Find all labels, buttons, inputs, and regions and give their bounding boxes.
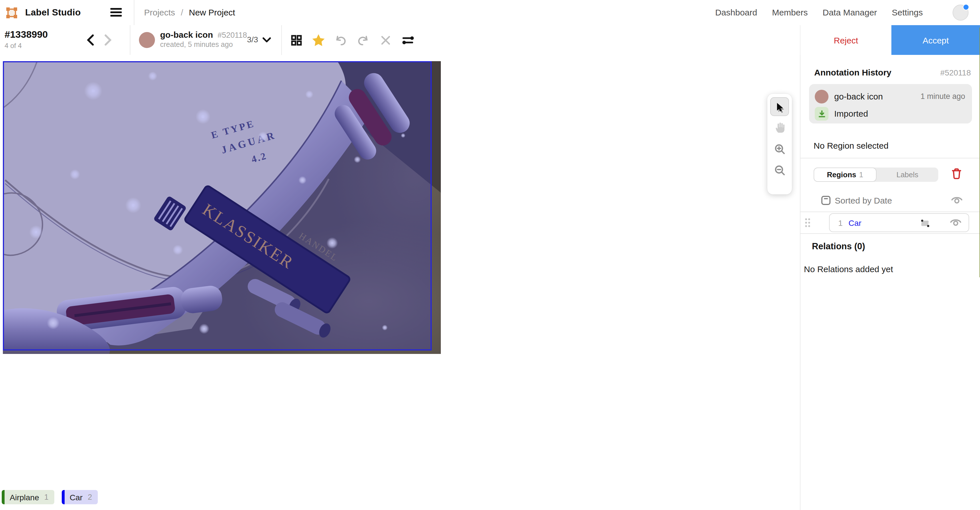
imported-icon — [815, 107, 829, 121]
star-icon[interactable] — [312, 34, 325, 46]
annotator-avatar — [139, 32, 155, 48]
label-studio-logo-icon — [6, 7, 18, 19]
sort-order-row[interactable]: Sorted by Date — [800, 192, 980, 211]
user-avatar[interactable] — [953, 5, 969, 21]
grid-view-icon[interactable] — [290, 34, 302, 46]
relations-title: Relations (0) — [812, 241, 865, 251]
chevron-down-icon[interactable] — [262, 37, 271, 43]
pan-hand-tool-button[interactable] — [770, 118, 789, 137]
label-studio-app: Label Studio Projects/New Project Dashbo… — [0, 0, 980, 510]
relations-empty-text: No Relations added yet — [804, 264, 893, 274]
label-text: Car — [70, 493, 83, 502]
drag-handle[interactable] — [805, 218, 811, 227]
nav-settings[interactable]: Settings — [892, 8, 923, 17]
zoom-out-tool-button[interactable] — [770, 160, 789, 180]
annotation-counter: 3/3 — [247, 35, 258, 44]
region-item-car[interactable]: 1 Car — [829, 213, 969, 232]
task-toolbar: #1338990 4 of 4 go-back icon#520118 crea… — [0, 25, 980, 56]
annotation-action-icons — [290, 25, 414, 55]
tab-labels[interactable]: Labels — [877, 167, 938, 182]
breadcrumb-separator: / — [181, 8, 183, 17]
annotation-history-title: Annotation History — [814, 67, 891, 77]
task-image[interactable]: E TYPE JAGUAR 4.2 — [3, 61, 441, 354]
reject-button[interactable]: Reject — [800, 25, 891, 55]
history-time: 1 minute ago — [921, 92, 965, 101]
regions-count: 1 — [859, 170, 863, 179]
nav-links: Dashboard Members Data Manager Settings — [715, 8, 923, 17]
label-tag-car[interactable]: Car 2 — [62, 490, 98, 504]
previous-task-button[interactable] — [86, 34, 94, 46]
annotation-history-id: #520118 — [940, 68, 971, 77]
nav-data-manager[interactable]: Data Manager — [822, 8, 877, 17]
label-tag-airplane[interactable]: Airplane 1 — [2, 490, 54, 504]
label-hotkey: 1 — [44, 493, 49, 501]
breadcrumb: Projects/New Project — [144, 8, 235, 17]
next-task-button[interactable] — [104, 34, 112, 46]
car-region-overlay[interactable] — [3, 62, 431, 350]
region-list-row: 1 Car — [800, 212, 980, 233]
annotation-id: #520118 — [218, 31, 247, 40]
label-hotkeys-bar: Airplane 1 Car 2 — [2, 490, 98, 504]
history-status: Imported — [834, 109, 868, 118]
annotator-name: go-back icon — [160, 30, 213, 40]
nav-dashboard[interactable]: Dashboard — [715, 8, 757, 17]
move-tool-button[interactable] — [770, 97, 789, 116]
delete-all-regions-icon[interactable] — [951, 167, 962, 180]
top-navigation: Label Studio Projects/New Project Dashbo… — [0, 0, 980, 26]
tab-regions[interactable]: Regions 1 — [814, 167, 877, 182]
settings-sliders-icon[interactable] — [401, 34, 414, 46]
task-position: 4 of 4 — [5, 42, 22, 50]
breadcrumb-current: New Project — [189, 8, 235, 17]
annotation-created-meta: created, 5 minutes ago — [160, 41, 233, 49]
sort-label: Sorted by Date — [835, 195, 892, 205]
toggle-all-visibility-eye-icon[interactable] — [951, 195, 963, 205]
nav-divider — [134, 0, 134, 25]
region-label: Car — [848, 218, 861, 227]
region-visibility-eye-icon[interactable] — [950, 217, 962, 227]
zoom-in-tool-button[interactable] — [770, 140, 789, 158]
history-entry[interactable]: go-back icon 1 minute ago Imported — [809, 84, 972, 124]
label-text: Airplane — [10, 493, 39, 502]
redo-icon[interactable] — [357, 34, 369, 46]
accept-button[interactable]: Accept — [891, 25, 980, 55]
history-author: go-back icon — [834, 92, 883, 101]
label-hotkey: 2 — [88, 493, 92, 501]
task-id: #1338990 — [5, 29, 48, 41]
brand-title: Label Studio — [25, 8, 81, 18]
rectangle-region-icon — [920, 219, 931, 227]
notification-dot — [963, 4, 969, 10]
history-avatar — [815, 90, 829, 103]
delete-annotation-icon[interactable] — [379, 34, 391, 46]
regions-labels-tabs: Regions 1 Labels — [814, 167, 938, 182]
canvas-tool-palette — [767, 94, 792, 194]
no-region-selected-text: No Region selected — [814, 141, 889, 150]
region-index: 1 — [838, 218, 843, 227]
sort-mode-icon — [821, 195, 831, 205]
nav-members[interactable]: Members — [772, 8, 808, 17]
breadcrumb-projects[interactable]: Projects — [144, 8, 175, 17]
undo-icon[interactable] — [334, 34, 347, 46]
annotation-sidebar: Annotation History #520118 go-back icon … — [800, 55, 980, 510]
hamburger-menu-icon[interactable] — [110, 8, 122, 17]
annotation-canvas-area: E TYPE JAGUAR 4.2 — [0, 55, 800, 510]
